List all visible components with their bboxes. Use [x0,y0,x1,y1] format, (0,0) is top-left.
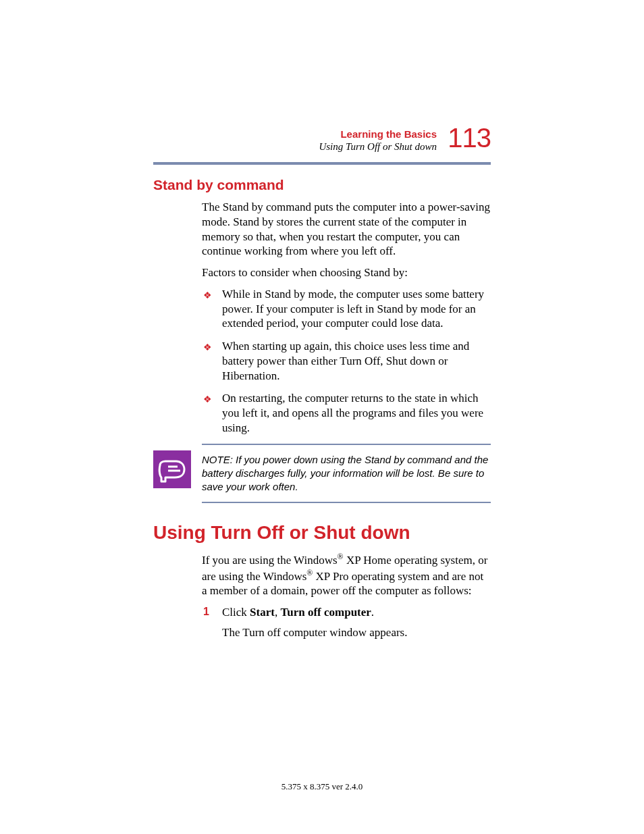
section-reference: Using Turn Off or Shut down [153,141,437,153]
turnoff-intro: If you are using the Windows® XP Home op… [202,552,491,598]
registered-symbol: ® [338,552,344,561]
header-text-block: Learning the Basics Using Turn Off or Sh… [153,128,491,153]
chapter-title: Learning the Basics [153,128,437,140]
text-fragment: Click [222,606,250,619]
text-fragment: If you are using the Windows [202,554,338,567]
page-number: 113 [448,123,491,153]
document-page: Learning the Basics Using Turn Off or Sh… [0,0,644,640]
list-item: ❖ On restarting, the computer returns to… [202,391,491,435]
text-fragment: . [371,606,374,619]
turnoff-steps: 1 Click Start, Turn off computer. [202,605,491,620]
note-text: NOTE: If you power down using the Stand … [202,450,491,497]
step-number: 1 [203,605,209,619]
bullet-text: When starting up again, this choice uses… [222,340,469,382]
bold-text: Start [250,606,275,619]
standby-paragraph-2: Factors to consider when choosing Stand … [202,265,491,280]
list-item: ❖ When starting up again, this choice us… [202,339,491,383]
standby-bullet-list: ❖ While in Stand by mode, the computer u… [202,287,491,436]
diamond-bullet-icon: ❖ [203,342,212,354]
list-item: ❖ While in Stand by mode, the computer u… [202,287,491,331]
step-result: The Turn off computer window appears. [222,625,491,640]
diamond-bullet-icon: ❖ [203,290,212,302]
note-top-rule [202,444,491,445]
horizontal-rule [153,162,491,165]
diamond-bullet-icon: ❖ [203,394,212,406]
turnoff-heading: Using Turn Off or Shut down [153,522,491,544]
standby-heading: Stand by command [153,177,491,193]
note-bottom-rule [202,502,491,503]
step-item: 1 Click Start, Turn off computer. [202,605,491,620]
registered-symbol: ® [306,568,313,577]
bullet-text: On restarting, the computer returns to t… [222,392,483,434]
bold-text: Turn off computer [280,606,371,619]
standby-paragraph-1: The Stand by command puts the computer i… [202,200,491,259]
page-header: Learning the Basics Using Turn Off or Sh… [153,128,491,153]
note-block: NOTE: If you power down using the Stand … [153,450,491,497]
page-footer: 5.375 x 8.375 ver 2.4.0 [0,781,644,792]
bullet-text: While in Stand by mode, the computer use… [222,288,484,330]
note-hand-icon [153,450,191,488]
